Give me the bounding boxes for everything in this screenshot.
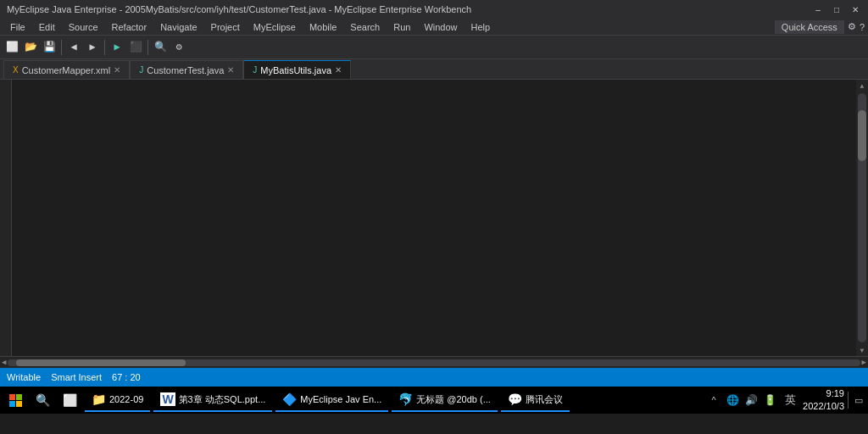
java-icon: J bbox=[253, 65, 257, 75]
menu-navigate[interactable]: Navigate bbox=[153, 19, 203, 35]
myeclipse-icon: 🔷 bbox=[282, 392, 297, 406]
status-bar: Writable Smart Insert 67 : 20 bbox=[0, 368, 868, 387]
menu-source[interactable]: Source bbox=[62, 19, 105, 35]
start-button[interactable] bbox=[3, 388, 27, 412]
taskbar-app-word[interactable]: W 第3章 动态SQL.ppt... bbox=[153, 388, 272, 412]
tab-label: CustomerMapper.xml bbox=[22, 65, 111, 75]
right-scrollbar[interactable]: ▲ ▼ bbox=[856, 80, 868, 356]
date-display: 2022/10/3 bbox=[803, 400, 844, 413]
window-controls: – □ ✕ bbox=[812, 3, 861, 15]
tab-close-icon[interactable]: ✕ bbox=[227, 65, 234, 75]
taskbar-right: ^ 🌐 🔊 🔋 英 9:19 2022/10/3 ▭ bbox=[705, 387, 865, 413]
taskbar: 🔍 ⬜ 📁 2022-09 W 第3章 动态SQL.ppt... 🔷 MyEcl… bbox=[0, 387, 868, 414]
tab-mybatisutils[interactable]: J MyBatisUtils.java ✕ bbox=[243, 60, 351, 79]
quick-access-button[interactable]: Quick Access bbox=[775, 20, 844, 34]
svg-rect-1 bbox=[16, 394, 22, 400]
help-icon[interactable]: ? bbox=[860, 22, 865, 32]
toolbar-search[interactable]: 🔍 bbox=[152, 39, 169, 56]
ime-icon[interactable]: 英 bbox=[785, 392, 796, 408]
tray-volume[interactable]: 🔊 bbox=[743, 392, 760, 409]
line-numbers bbox=[12, 80, 46, 356]
left-margin bbox=[0, 80, 12, 356]
cursor-position: 67 : 20 bbox=[112, 372, 141, 382]
horizontal-scrollbar[interactable]: ◀ ▶ bbox=[0, 356, 868, 368]
tray-icons: ^ 🌐 🔊 🔋 bbox=[705, 392, 778, 409]
tencent-label: 腾讯会议 bbox=[526, 393, 563, 406]
toolbar-sep-1 bbox=[61, 40, 62, 55]
word-icon: W bbox=[160, 392, 175, 406]
search-taskbar-button[interactable]: 🔍 bbox=[31, 388, 54, 412]
toolbar-run[interactable]: ▶ bbox=[108, 39, 125, 56]
smart-insert-status: Smart Insert bbox=[51, 372, 102, 382]
writable-status: Writable bbox=[7, 372, 41, 382]
time-display: 9:19 bbox=[803, 387, 844, 400]
toolbar-fwd[interactable]: ▶ bbox=[84, 39, 101, 56]
tab-label: MyBatisUtils.java bbox=[260, 65, 331, 75]
hscroll-thumb[interactable] bbox=[16, 359, 186, 366]
clock: 9:19 2022/10/3 bbox=[803, 387, 844, 413]
taskbar-app-db[interactable]: 🐬 无标题 @20db (... bbox=[392, 388, 498, 412]
tray-battery[interactable]: 🔋 bbox=[761, 392, 778, 409]
xml-icon: X bbox=[13, 65, 19, 75]
word-label: 第3章 动态SQL.ppt... bbox=[179, 393, 266, 406]
menu-help[interactable]: Help bbox=[465, 19, 498, 35]
explorer-icon: 📁 bbox=[92, 392, 106, 406]
hscroll-track[interactable] bbox=[8, 359, 860, 366]
scroll-up-arrow[interactable]: ▲ bbox=[856, 80, 868, 92]
close-button[interactable]: ✕ bbox=[849, 3, 861, 15]
explorer-label: 2022-09 bbox=[109, 394, 143, 404]
toolbar-new[interactable]: ⬜ bbox=[3, 39, 20, 56]
menu-window[interactable]: Window bbox=[417, 19, 464, 35]
svg-rect-3 bbox=[16, 401, 22, 407]
toolbar-sep-3 bbox=[147, 40, 148, 55]
hscroll-left-arrow[interactable]: ◀ bbox=[2, 358, 6, 367]
tray-network[interactable]: 🌐 bbox=[724, 392, 741, 409]
svg-rect-2 bbox=[9, 401, 15, 407]
menu-search[interactable]: Search bbox=[343, 19, 387, 35]
toolbar-open[interactable]: 📂 bbox=[22, 39, 39, 56]
menu-file[interactable]: File bbox=[3, 19, 32, 35]
menu-myeclipse[interactable]: MyEclipse bbox=[247, 19, 303, 35]
taskbar-app-myeclipse[interactable]: 🔷 MyEclipse Jav En... bbox=[275, 388, 388, 412]
tab-close-icon[interactable]: ✕ bbox=[114, 65, 120, 75]
scroll-thumb[interactable] bbox=[858, 110, 866, 161]
menu-run[interactable]: Run bbox=[387, 19, 417, 35]
svg-rect-0 bbox=[9, 394, 15, 400]
db-label: 无标题 @20db (... bbox=[416, 393, 491, 406]
tencent-icon: 💬 bbox=[508, 392, 522, 406]
menu-refactor[interactable]: Refactor bbox=[105, 19, 154, 35]
menu-edit[interactable]: Edit bbox=[32, 19, 62, 35]
title-bar: MyEclipse Java Enterprise - 2005MyBatis/… bbox=[0, 0, 868, 19]
toolbar-gear[interactable]: ⚙ bbox=[170, 39, 187, 56]
show-desktop-icon[interactable]: ▭ bbox=[848, 392, 865, 409]
toolbar-sep-2 bbox=[104, 40, 105, 55]
menu-mobile[interactable]: Mobile bbox=[303, 19, 343, 35]
status-left: Writable Smart Insert 67 : 20 bbox=[7, 372, 141, 382]
toolbar-debug[interactable]: ⬛ bbox=[127, 39, 144, 56]
title-text: MyEclipse Java Enterprise - 2005MyBatis/… bbox=[7, 4, 471, 14]
tab-bar: X CustomerMapper.xml ✕ J CustomerTest.ja… bbox=[0, 59, 868, 80]
tray-chevron[interactable]: ^ bbox=[705, 392, 722, 409]
toolbar: ⬜ 📂 💾 ◀ ▶ ▶ ⬛ 🔍 ⚙ bbox=[0, 36, 868, 59]
taskbar-app-tencent[interactable]: 💬 腾讯会议 bbox=[501, 388, 570, 412]
toolbar-save[interactable]: 💾 bbox=[41, 39, 58, 56]
scroll-down-arrow[interactable]: ▼ bbox=[856, 344, 868, 356]
tab-customermapper[interactable]: X CustomerMapper.xml ✕ bbox=[3, 60, 130, 79]
java-icon: J bbox=[139, 65, 143, 75]
minimize-button[interactable]: – bbox=[812, 3, 824, 15]
taskbar-left: 🔍 ⬜ 📁 2022-09 W 第3章 动态SQL.ppt... 🔷 MyEcl… bbox=[3, 388, 570, 412]
code-area[interactable] bbox=[46, 80, 856, 356]
tab-close-icon[interactable]: ✕ bbox=[335, 65, 342, 75]
toolbar-back[interactable]: ◀ bbox=[65, 39, 82, 56]
maximize-button[interactable]: □ bbox=[831, 3, 843, 15]
db-icon: 🐬 bbox=[398, 392, 413, 406]
taskbar-app-explorer[interactable]: 📁 2022-09 bbox=[85, 388, 150, 412]
tab-customertest[interactable]: J CustomerTest.java ✕ bbox=[130, 60, 243, 79]
menu-project[interactable]: Project bbox=[204, 19, 247, 35]
tab-label: CustomerTest.java bbox=[147, 65, 224, 75]
task-view-button[interactable]: ⬜ bbox=[58, 388, 81, 412]
hscroll-right-arrow[interactable]: ▶ bbox=[862, 358, 866, 367]
gear-icon[interactable]: ⚙ bbox=[848, 21, 856, 32]
menu-bar: File Edit Source Refactor Navigate Proje… bbox=[0, 19, 868, 36]
scroll-track[interactable] bbox=[858, 93, 866, 342]
